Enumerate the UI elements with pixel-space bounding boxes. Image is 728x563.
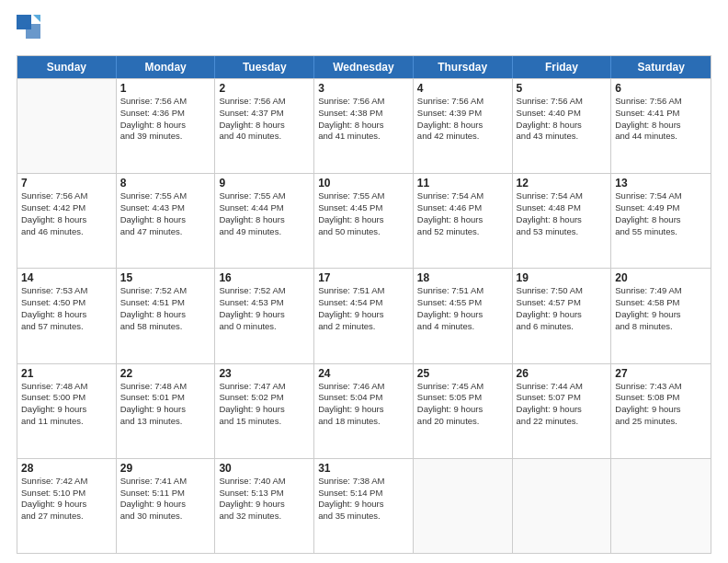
- daylight-text: and 49 minutes.: [219, 226, 310, 238]
- daylight-text: Daylight: 9 hours: [615, 309, 707, 321]
- day-number: 24: [318, 367, 409, 380]
- daylight-text: Daylight: 9 hours: [21, 499, 112, 511]
- sunrise-text: Sunrise: 7:41 AM: [120, 476, 211, 488]
- calendar-cell: 11Sunrise: 7:54 AMSunset: 4:46 PMDayligh…: [414, 174, 513, 268]
- daylight-text: and 0 minutes.: [219, 321, 310, 333]
- daylight-text: and 20 minutes.: [417, 416, 508, 428]
- day-number: 19: [517, 271, 608, 284]
- daylight-text: Daylight: 9 hours: [615, 404, 707, 416]
- sunrise-text: Sunrise: 7:56 AM: [219, 96, 310, 108]
- weekday-header: Tuesday: [215, 56, 314, 78]
- day-number: 28: [21, 462, 112, 475]
- daylight-text: Daylight: 9 hours: [219, 499, 310, 511]
- daylight-text: Daylight: 9 hours: [219, 309, 310, 321]
- day-number: 6: [615, 82, 707, 95]
- daylight-text: Daylight: 9 hours: [318, 309, 409, 321]
- calendar-cell: 7Sunrise: 7:56 AMSunset: 4:42 PMDaylight…: [17, 174, 117, 268]
- day-number: 5: [517, 82, 608, 95]
- sunset-text: Sunset: 4:39 PM: [417, 108, 508, 120]
- calendar-cell: 16Sunrise: 7:52 AMSunset: 4:53 PMDayligh…: [215, 269, 314, 362]
- sunset-text: Sunset: 5:11 PM: [120, 488, 211, 500]
- calendar-cell: [513, 459, 612, 553]
- weekday-header: Sunday: [17, 56, 117, 78]
- day-number: 13: [615, 177, 707, 190]
- day-number: 22: [120, 367, 211, 380]
- calendar-grid: SundayMondayTuesdayWednesdayThursdayFrid…: [17, 55, 711, 554]
- daylight-text: Daylight: 8 hours: [21, 214, 112, 226]
- calendar-cell: 4Sunrise: 7:56 AMSunset: 4:39 PMDaylight…: [414, 79, 513, 173]
- sunset-text: Sunset: 4:42 PM: [21, 202, 112, 214]
- calendar-cell: 25Sunrise: 7:45 AMSunset: 5:05 PMDayligh…: [414, 364, 513, 458]
- daylight-text: Daylight: 8 hours: [318, 214, 409, 226]
- sunrise-text: Sunrise: 7:56 AM: [417, 96, 508, 108]
- daylight-text: Daylight: 8 hours: [517, 120, 608, 132]
- daylight-text: Daylight: 9 hours: [219, 404, 310, 416]
- sunset-text: Sunset: 5:01 PM: [120, 392, 211, 404]
- sunrise-text: Sunrise: 7:54 AM: [517, 190, 608, 202]
- day-number: 25: [417, 367, 508, 380]
- daylight-text: Daylight: 8 hours: [417, 214, 508, 226]
- daylight-text: and 8 minutes.: [615, 321, 707, 333]
- calendar-week: 21Sunrise: 7:48 AMSunset: 5:00 PMDayligh…: [17, 363, 711, 458]
- sunrise-text: Sunrise: 7:47 AM: [219, 381, 310, 393]
- daylight-text: Daylight: 9 hours: [318, 499, 409, 511]
- sunrise-text: Sunrise: 7:56 AM: [615, 96, 707, 108]
- sunrise-text: Sunrise: 7:51 AM: [417, 285, 508, 297]
- daylight-text: and 41 minutes.: [318, 131, 409, 143]
- calendar-week: 7Sunrise: 7:56 AMSunset: 4:42 PMDaylight…: [17, 173, 711, 268]
- sunrise-text: Sunrise: 7:51 AM: [318, 285, 409, 297]
- day-number: 2: [219, 82, 310, 95]
- sunset-text: Sunset: 5:10 PM: [21, 488, 112, 500]
- daylight-text: and 39 minutes.: [120, 131, 211, 143]
- daylight-text: Daylight: 8 hours: [120, 214, 211, 226]
- calendar-page: SundayMondayTuesdayWednesdayThursdayFrid…: [0, 0, 728, 563]
- daylight-text: Daylight: 9 hours: [517, 309, 608, 321]
- day-number: 11: [417, 177, 508, 190]
- calendar-body: 1Sunrise: 7:56 AMSunset: 4:36 PMDaylight…: [17, 78, 711, 553]
- calendar-cell: [17, 79, 117, 173]
- sunset-text: Sunset: 4:49 PM: [615, 202, 707, 214]
- day-number: 27: [615, 367, 707, 380]
- calendar-cell: 10Sunrise: 7:55 AMSunset: 4:45 PMDayligh…: [314, 174, 414, 268]
- day-number: 21: [21, 367, 112, 380]
- day-number: 8: [120, 177, 211, 190]
- daylight-text: and 25 minutes.: [615, 416, 707, 428]
- daylight-text: and 32 minutes.: [219, 511, 310, 523]
- daylight-text: Daylight: 8 hours: [219, 214, 310, 226]
- calendar-cell: 5Sunrise: 7:56 AMSunset: 4:40 PMDaylight…: [513, 79, 612, 173]
- sunrise-text: Sunrise: 7:42 AM: [21, 476, 112, 488]
- sunset-text: Sunset: 5:04 PM: [318, 392, 409, 404]
- daylight-text: and 57 minutes.: [21, 321, 112, 333]
- sunrise-text: Sunrise: 7:46 AM: [318, 381, 409, 393]
- svg-rect-1: [26, 24, 40, 39]
- calendar-cell: 18Sunrise: 7:51 AMSunset: 4:55 PMDayligh…: [414, 269, 513, 362]
- calendar-cell: 21Sunrise: 7:48 AMSunset: 5:00 PMDayligh…: [17, 364, 117, 458]
- sunset-text: Sunset: 5:13 PM: [219, 488, 310, 500]
- sunset-text: Sunset: 5:08 PM: [615, 392, 707, 404]
- sunset-text: Sunset: 5:02 PM: [219, 392, 310, 404]
- logo: [17, 15, 43, 48]
- daylight-text: and 42 minutes.: [417, 131, 508, 143]
- day-number: 10: [318, 177, 409, 190]
- logo-icon: [17, 15, 40, 44]
- day-number: 30: [219, 462, 310, 475]
- sunset-text: Sunset: 5:05 PM: [417, 392, 508, 404]
- daylight-text: and 15 minutes.: [219, 416, 310, 428]
- daylight-text: and 53 minutes.: [517, 226, 608, 238]
- daylight-text: and 35 minutes.: [318, 511, 409, 523]
- calendar-cell: 20Sunrise: 7:49 AMSunset: 4:58 PMDayligh…: [611, 269, 711, 362]
- sunset-text: Sunset: 4:50 PM: [21, 297, 112, 309]
- day-number: 23: [219, 367, 310, 380]
- weekday-header: Wednesday: [314, 56, 414, 78]
- sunrise-text: Sunrise: 7:53 AM: [21, 285, 112, 297]
- day-number: 9: [219, 177, 310, 190]
- daylight-text: Daylight: 9 hours: [417, 309, 508, 321]
- calendar-cell: [611, 459, 711, 553]
- sunset-text: Sunset: 4:41 PM: [615, 108, 707, 120]
- calendar-cell: 6Sunrise: 7:56 AMSunset: 4:41 PMDaylight…: [611, 79, 711, 173]
- day-number: 29: [120, 462, 211, 475]
- daylight-text: and 18 minutes.: [318, 416, 409, 428]
- calendar-header-row: SundayMondayTuesdayWednesdayThursdayFrid…: [17, 56, 711, 78]
- sunset-text: Sunset: 4:40 PM: [517, 108, 608, 120]
- daylight-text: and 6 minutes.: [517, 321, 608, 333]
